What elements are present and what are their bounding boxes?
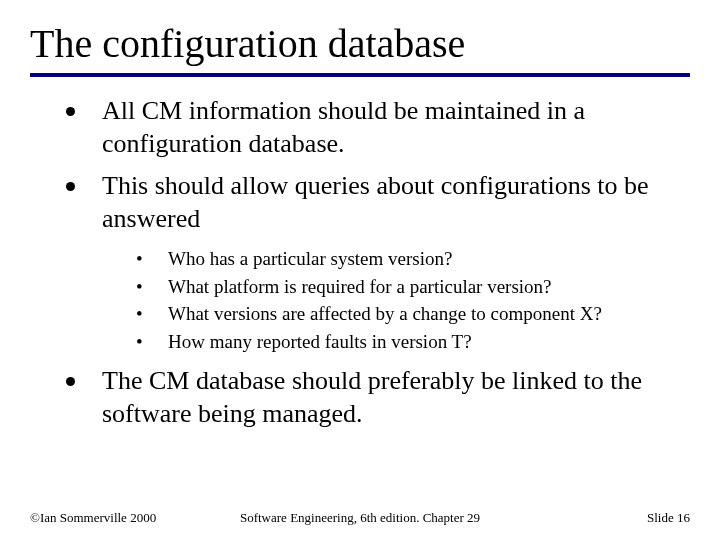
- bullet-item: All CM information should be maintained …: [60, 95, 680, 160]
- sub-bullet-item: How many reported faults in version T?: [128, 328, 690, 356]
- title-underline: [30, 73, 690, 77]
- sub-bullet-list: Who has a particular system version? Wha…: [30, 245, 690, 355]
- bullet-list: All CM information should be maintained …: [30, 95, 690, 235]
- slide-title: The configuration database: [30, 20, 690, 67]
- slide: The configuration database All CM inform…: [0, 0, 720, 540]
- footer: ©Ian Sommerville 2000 Software Engineeri…: [0, 510, 720, 526]
- bullet-item: This should allow queries about configur…: [60, 170, 680, 235]
- sub-bullet-item: Who has a particular system version?: [128, 245, 690, 273]
- sub-bullet-item: What versions are affected by a change t…: [128, 300, 690, 328]
- footer-copyright: ©Ian Sommerville 2000: [30, 510, 156, 526]
- sub-bullet-item: What platform is required for a particul…: [128, 273, 690, 301]
- footer-slide-number: Slide 16: [647, 510, 690, 526]
- bullet-list: The CM database should preferably be lin…: [30, 365, 690, 430]
- bullet-item: The CM database should preferably be lin…: [60, 365, 680, 430]
